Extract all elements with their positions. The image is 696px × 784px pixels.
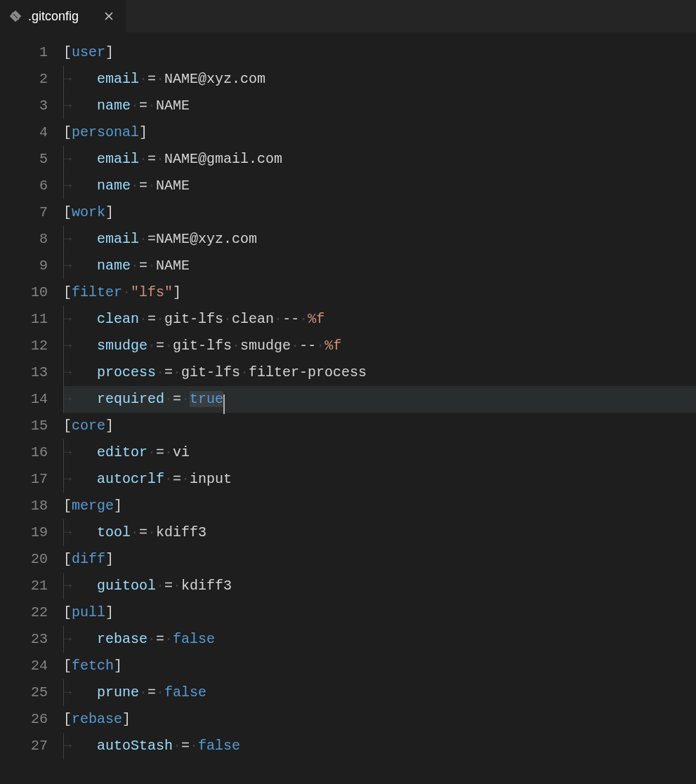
close-icon[interactable]	[102, 9, 116, 23]
text-cursor	[223, 394, 225, 414]
whitespace-dot-icon: ·	[156, 151, 164, 167]
code-token: ]	[114, 498, 122, 514]
code-line[interactable]: [diff]	[63, 546, 696, 573]
code-token: email	[97, 231, 139, 247]
code-line[interactable]: guitool·=·kdiff3	[63, 573, 696, 599]
code-token: clean	[232, 311, 274, 327]
code-line[interactable]: [user]	[63, 39, 696, 66]
whitespace-dot-icon: ·	[147, 631, 156, 647]
whitespace-dot-icon: ·	[139, 151, 147, 167]
code-line[interactable]: tool·=·kdiff3	[63, 519, 696, 546]
code-line[interactable]: [fetch]	[63, 653, 696, 679]
whitespace-dot-icon: ·	[190, 738, 198, 754]
code-line[interactable]: [pull]	[63, 599, 696, 626]
code-line[interactable]: name·=·NAME	[63, 173, 696, 199]
code-token: pull	[72, 604, 105, 620]
whitespace-dot-icon: ·	[164, 471, 173, 487]
code-token: ]	[114, 658, 122, 674]
code-token: [	[63, 284, 72, 300]
code-token: editor	[97, 444, 147, 460]
code-line[interactable]: smudge·=·git-lfs·smudge·--·%f	[63, 333, 696, 359]
code-token: fetch	[72, 658, 114, 674]
line-number: 26	[0, 706, 48, 733]
code-line[interactable]: email·=·NAME@xyz.com	[63, 66, 696, 93]
code-line[interactable]: email·=NAME@xyz.com	[63, 226, 696, 253]
whitespace-dot-icon: ·	[173, 578, 181, 594]
line-number: 14	[0, 386, 48, 413]
code-token: clean	[97, 311, 139, 327]
code-line[interactable]: [merge]	[63, 493, 696, 519]
code-line[interactable]: name·=·NAME	[63, 253, 696, 279]
code-token: %f	[324, 338, 341, 354]
code-token: NAME	[156, 98, 190, 114]
line-number: 13	[0, 359, 48, 386]
code-line[interactable]: [filter·"lfs"]	[63, 279, 696, 306]
whitespace-dot-icon: ·	[164, 338, 173, 354]
whitespace-tab-icon	[63, 306, 97, 333]
code-token: false	[198, 738, 240, 754]
whitespace-tab-icon	[63, 386, 97, 413]
line-number: 6	[0, 173, 48, 199]
code-line[interactable]: [rebase]	[63, 706, 696, 733]
code-line[interactable]: clean·=·git-lfs·clean·--·%f	[63, 306, 696, 333]
line-number: 10	[0, 279, 48, 306]
code-area[interactable]: [user] email·=·NAME@xyz.com name·=·NAME[…	[63, 39, 696, 784]
code-token: [	[63, 498, 72, 514]
code-token: =	[139, 258, 147, 274]
code-line[interactable]: name·=·NAME	[63, 93, 696, 119]
whitespace-dot-icon: ·	[291, 338, 299, 354]
code-line[interactable]: editor·=·vi	[63, 439, 696, 466]
code-line[interactable]: autocrlf·=·input	[63, 466, 696, 493]
code-token: =	[173, 391, 181, 407]
code-token: [	[63, 44, 72, 60]
code-line[interactable]: [personal]	[63, 119, 696, 146]
code-line[interactable]: autoStash·=·false	[63, 733, 696, 759]
code-token: ]	[122, 711, 131, 727]
whitespace-dot-icon: ·	[156, 684, 164, 700]
whitespace-dot-icon: ·	[181, 391, 190, 407]
code-token: true	[190, 391, 223, 407]
tab-gitconfig[interactable]: .gitconfig	[0, 0, 126, 32]
code-token: "lfs"	[131, 284, 173, 300]
line-number: 24	[0, 653, 48, 679]
code-token: false	[173, 631, 215, 647]
code-token: email	[97, 71, 139, 87]
code-token: =	[147, 71, 156, 87]
code-token: =NAME@xyz.com	[147, 231, 257, 247]
code-line[interactable]: rebase·=·false	[63, 626, 696, 653]
code-line[interactable]: process·=·git-lfs·filter-process	[63, 359, 696, 386]
code-line[interactable]: [work]	[63, 199, 696, 226]
code-token: NAME@xyz.com	[164, 71, 265, 87]
code-line[interactable]: [core]	[63, 413, 696, 439]
code-line[interactable]: email·=·NAME@gmail.com	[63, 146, 696, 173]
whitespace-tab-icon	[63, 733, 97, 759]
code-line[interactable]: prune·=·false	[63, 679, 696, 706]
line-number: 25	[0, 679, 48, 706]
editor[interactable]: 1234567891011121314151617181920212223242…	[0, 32, 696, 784]
whitespace-dot-icon: ·	[173, 738, 181, 754]
whitespace-dot-icon: ·	[156, 311, 164, 327]
code-token: =	[139, 98, 147, 114]
line-number: 19	[0, 519, 48, 546]
whitespace-dot-icon: ·	[147, 258, 156, 274]
code-token: --	[282, 311, 299, 327]
code-token: name	[97, 178, 131, 194]
whitespace-dot-icon: ·	[164, 444, 173, 460]
code-token: [	[63, 418, 72, 434]
whitespace-dot-icon: ·	[156, 71, 164, 87]
tab-label: .gitconfig	[28, 9, 96, 24]
whitespace-dot-icon: ·	[164, 631, 173, 647]
whitespace-tab-icon	[63, 93, 97, 119]
code-line[interactable]: required·=·true	[63, 386, 696, 413]
code-token: name	[97, 258, 131, 274]
whitespace-dot-icon: ·	[232, 338, 240, 354]
code-token: guitool	[97, 578, 156, 594]
code-token: =	[147, 151, 156, 167]
code-token: vi	[173, 444, 190, 460]
whitespace-tab-icon	[63, 626, 97, 653]
code-token: ]	[105, 204, 114, 220]
whitespace-tab-icon	[63, 466, 97, 493]
line-number: 2	[0, 66, 48, 93]
code-token: rebase	[97, 631, 147, 647]
code-token: %f	[308, 311, 324, 327]
